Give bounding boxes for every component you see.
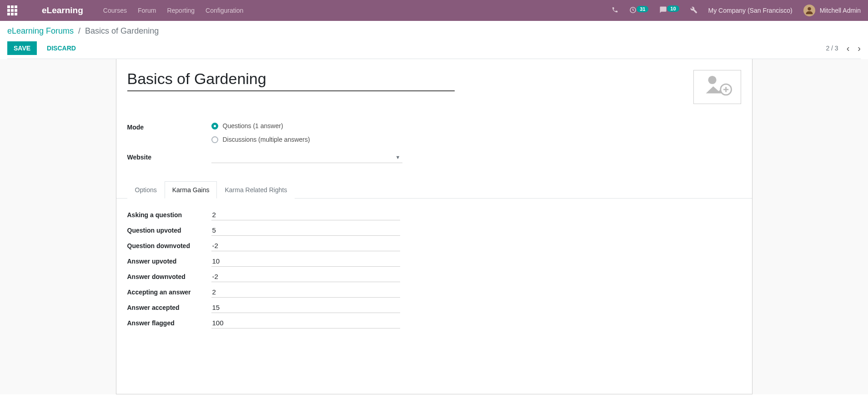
- question-upvoted-label: Question upvoted: [127, 227, 211, 234]
- pager-prev-icon[interactable]: ‹: [847, 43, 850, 54]
- radio-icon: [211, 136, 218, 143]
- user-menu[interactable]: Mitchell Admin: [803, 5, 861, 16]
- form-sheet: Mode Questions (1 answer) Discussions (m…: [116, 59, 753, 394]
- avatar: [803, 5, 815, 16]
- asking-question-label: Asking a question: [127, 211, 211, 219]
- mode-radio-questions-label: Questions (1 answer): [223, 122, 283, 129]
- breadcrumb-current: Basics of Gardening: [85, 26, 159, 36]
- question-upvoted-input[interactable]: [211, 225, 400, 236]
- tab-options[interactable]: Options: [127, 181, 165, 199]
- answer-accepted-label: Answer accepted: [127, 304, 211, 311]
- question-downvoted-input[interactable]: [211, 240, 400, 251]
- svg-point-1: [808, 7, 811, 10]
- control-bar: eLearning Forums / Basics of Gardening S…: [0, 21, 868, 59]
- activity-badge: 31: [637, 6, 648, 12]
- question-downvoted-label: Question downvoted: [127, 242, 211, 249]
- tab-karma-rights[interactable]: Karma Related Rights: [217, 181, 295, 199]
- nav-forum[interactable]: Forum: [138, 7, 156, 14]
- mode-label: Mode: [127, 124, 211, 131]
- activity-icon[interactable]: 31: [629, 6, 648, 15]
- breadcrumb: eLearning Forums / Basics of Gardening: [7, 26, 861, 36]
- nav-courses[interactable]: Courses: [103, 7, 127, 14]
- pager-next-icon[interactable]: ›: [858, 43, 861, 54]
- accepting-answer-input[interactable]: [211, 287, 400, 298]
- user-name: Mitchell Admin: [820, 7, 861, 14]
- main-navbar: eLearning Courses Forum Reporting Config…: [0, 0, 868, 21]
- nav-reporting[interactable]: Reporting: [167, 7, 195, 14]
- chevron-down-icon: ▼: [396, 154, 401, 160]
- mode-radio-discussions[interactable]: Discussions (multiple answers): [211, 136, 455, 143]
- answer-upvoted-input[interactable]: [211, 256, 400, 267]
- answer-downvoted-input[interactable]: [211, 271, 400, 282]
- tools-icon[interactable]: [690, 6, 697, 15]
- nav-configuration[interactable]: Configuration: [206, 7, 243, 14]
- mode-radio-questions[interactable]: Questions (1 answer): [211, 122, 455, 129]
- answer-downvoted-label: Answer downvoted: [127, 273, 211, 280]
- answer-upvoted-label: Answer upvoted: [127, 258, 211, 265]
- breadcrumb-parent[interactable]: eLearning Forums: [7, 26, 74, 36]
- apps-icon[interactable]: [7, 5, 17, 15]
- discard-button[interactable]: DISCARD: [40, 41, 82, 55]
- company-selector[interactable]: My Company (San Francisco): [708, 7, 793, 14]
- breadcrumb-separator: /: [78, 26, 80, 36]
- phone-icon[interactable]: [612, 6, 618, 15]
- accepting-answer-label: Accepting an answer: [127, 289, 211, 296]
- tab-karma-gains[interactable]: Karma Gains: [165, 181, 217, 199]
- radio-icon: [211, 123, 218, 129]
- form-area: Mode Questions (1 answer) Discussions (m…: [0, 59, 868, 394]
- save-button[interactable]: SAVE: [7, 41, 37, 55]
- forum-name-input[interactable]: [127, 70, 455, 91]
- messages-badge: 10: [667, 5, 679, 12]
- messages-icon[interactable]: 10: [659, 6, 679, 15]
- website-dropdown[interactable]: ▼: [211, 151, 402, 163]
- website-label: Website: [127, 154, 211, 161]
- svg-point-2: [708, 76, 716, 84]
- answer-flagged-label: Answer flagged: [127, 319, 211, 327]
- asking-question-input[interactable]: [211, 209, 400, 220]
- pager: 2 / 3 ‹ ›: [826, 43, 861, 54]
- pager-text[interactable]: 2 / 3: [826, 45, 838, 52]
- image-uploader[interactable]: [693, 70, 741, 104]
- image-placeholder-icon: [701, 73, 733, 101]
- karma-gains-panel: Asking a question Question upvoted Quest…: [127, 209, 741, 328]
- answer-flagged-input[interactable]: [211, 318, 400, 328]
- app-brand[interactable]: eLearning: [42, 5, 83, 15]
- answer-accepted-input[interactable]: [211, 302, 400, 313]
- mode-radio-discussions-label: Discussions (multiple answers): [223, 136, 310, 143]
- tabs: Options Karma Gains Karma Related Rights: [116, 181, 752, 199]
